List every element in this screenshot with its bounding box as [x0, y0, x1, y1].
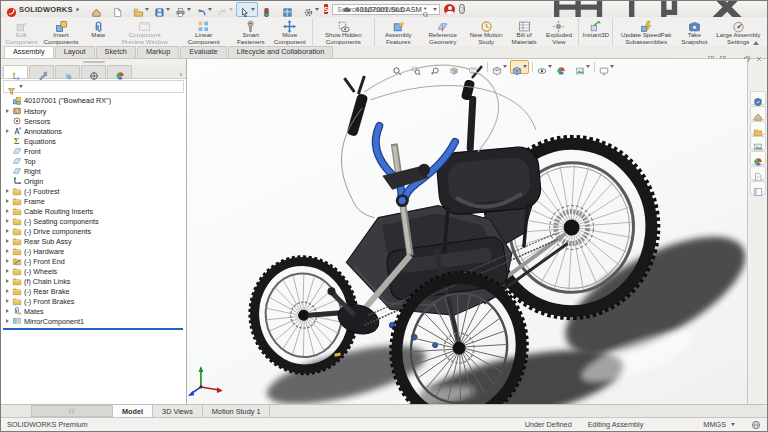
pane-icon[interactable] — [707, 49, 715, 57]
filter-dropdown-icon[interactable] — [19, 85, 23, 88]
tab-scroll-area[interactable]: 〈〈 — [31, 405, 113, 417]
tree-item-f-chain-links[interactable]: (f) Chain Links — [1, 276, 186, 286]
expander-icon[interactable] — [4, 109, 10, 113]
quick-access-button[interactable] — [301, 3, 321, 16]
quick-access-button[interactable] — [259, 3, 279, 16]
ribbon-button-mate[interactable]: Mate — [82, 18, 114, 46]
ribbon-button-assembly-features[interactable]: Assembly Features — [377, 18, 420, 46]
heads-up-button[interactable] — [467, 61, 484, 73]
task-pane-button[interactable] — [750, 151, 766, 165]
tab-configuration-manager[interactable] — [55, 65, 80, 78]
status-globe-icon[interactable] — [751, 420, 761, 430]
tree-item-mates[interactable]: Mates — [1, 306, 186, 316]
expander-icon[interactable] — [4, 229, 10, 233]
quick-access-button[interactable] — [110, 3, 130, 16]
tab-display-manager[interactable] — [107, 65, 132, 78]
ribbon-button-move-component[interactable]: Move Component — [270, 18, 313, 46]
user-avatar[interactable] — [444, 4, 455, 15]
task-pane-button[interactable] — [750, 91, 766, 105]
tree-item-cable-routing-inserts[interactable]: Cable Routing Inserts — [1, 206, 186, 216]
ribbon-tab-assembly[interactable]: Assembly — [4, 46, 54, 58]
ribbon-button-smart-fasteners[interactable]: Smart Fasteners — [232, 18, 270, 46]
rollback-bar[interactable] — [3, 328, 183, 330]
heads-up-button[interactable] — [536, 61, 553, 73]
tree-item-rear-brake[interactable]: (-) Rear Brake — [1, 286, 186, 296]
help-button[interactable]: ? — [459, 4, 465, 14]
search-dropdown-icon[interactable] — [433, 8, 437, 11]
expander-icon[interactable] — [4, 219, 10, 223]
model-bowhead-rx[interactable] — [187, 59, 747, 404]
heads-up-button[interactable] — [491, 61, 508, 73]
tree-item-hardware[interactable]: (-) Hardware — [1, 246, 186, 256]
pane2-icon[interactable] — [719, 49, 727, 57]
tab-featuremanager-tree[interactable] — [3, 65, 28, 78]
tree-item-front[interactable]: Front — [1, 146, 186, 156]
ribbon-tab-evaluate[interactable]: Evaluate — [180, 46, 226, 58]
quick-access-button[interactable] — [131, 3, 151, 16]
task-pane-button[interactable] — [750, 181, 766, 195]
tree-item-history[interactable]: History — [1, 106, 186, 116]
ribbon-tab-lifecycle-and-collaboration[interactable]: Lifecycle and Collaboration — [228, 46, 334, 58]
expander-icon[interactable] — [4, 289, 10, 293]
ribbon-button-reference-geometry[interactable]: Reference Geometry — [420, 18, 466, 46]
tree-item-frame[interactable]: Frame — [1, 196, 186, 206]
task-pane-button[interactable] — [750, 166, 766, 180]
tree-root-item[interactable]: 40107001 ("Bowhead RX") — [1, 95, 186, 106]
heads-up-button[interactable] — [574, 61, 591, 73]
units-dropdown-icon[interactable] — [731, 423, 735, 426]
ribbon-button-show-hidden-components[interactable]: Show Hidden Components — [315, 18, 375, 46]
ribbon-button-update-speedpak-subassemblies[interactable]: Update SpeedPak Subassemblies — [615, 18, 677, 46]
tree-item-wheels[interactable]: (-) Wheels — [1, 266, 186, 276]
ribbon-button-new-motion-study[interactable]: New Motion Study — [466, 18, 507, 46]
expander-icon[interactable] — [4, 279, 10, 283]
quick-access-button[interactable] — [89, 3, 109, 16]
heads-up-button[interactable] — [510, 60, 529, 74]
expander-icon[interactable] — [4, 199, 10, 203]
status-units[interactable]: MMGS — [703, 420, 726, 429]
tab-property-manager[interactable] — [29, 65, 54, 78]
heads-up-button[interactable] — [391, 61, 408, 73]
tree-item-top[interactable]: Top — [1, 156, 186, 166]
expander-icon[interactable] — [4, 309, 10, 313]
ribbon-button-component-preview-window[interactable]: Component Preview Window — [114, 18, 175, 46]
document-tab-3d-views[interactable]: 3D Views — [153, 405, 203, 417]
ribbon-button-instant3d[interactable]: Instant3D — [581, 18, 613, 46]
tree-item-mirrorcomponent1[interactable]: MirrorComponent1 — [1, 316, 186, 326]
doc-minimize-icon[interactable] — [731, 49, 739, 57]
quick-access-button[interactable] — [236, 2, 258, 17]
task-pane-button[interactable] — [750, 106, 766, 120]
expander-icon[interactable] — [4, 189, 10, 193]
expander-icon[interactable] — [4, 179, 10, 183]
panel-tabs-overflow[interactable]: › — [180, 71, 182, 78]
heads-up-button[interactable] — [410, 61, 427, 73]
heads-up-button[interactable] — [448, 61, 465, 73]
tree-item-front-brakes[interactable]: (-) Front Brakes — [1, 296, 186, 306]
heads-up-button[interactable] — [555, 61, 572, 73]
quick-access-button[interactable] — [152, 3, 172, 16]
tree-filter[interactable] — [3, 80, 184, 93]
doc-close-icon[interactable] — [755, 49, 763, 57]
ribbon-tab-sketch[interactable]: Sketch — [96, 46, 136, 58]
heads-up-button[interactable] — [598, 61, 615, 73]
expander-icon[interactable] — [4, 269, 10, 273]
tree-item-front-end[interactable]: (-) Front End — [1, 256, 186, 266]
expander-icon[interactable] — [4, 119, 10, 123]
document-tab-motion-study-1[interactable]: Motion Study 1 — [203, 405, 271, 417]
expander-icon[interactable] — [4, 209, 10, 213]
expander-icon[interactable] — [4, 299, 10, 303]
graphics-viewport[interactable] — [187, 59, 747, 404]
tree-item-annotations[interactable]: Annotations — [1, 126, 186, 136]
ribbon-collapse-icon[interactable] — [753, 41, 759, 45]
ribbon-tab-layout[interactable]: Layout — [55, 46, 95, 58]
logo-arrow-icon[interactable] — [76, 7, 79, 11]
quick-access-button[interactable] — [215, 3, 235, 16]
tree-item-origin[interactable]: Origin — [1, 176, 186, 186]
doc-restore-icon[interactable] — [743, 49, 751, 57]
ribbon-button-take-snapshot[interactable]: Take Snapshot — [677, 18, 711, 46]
tab-dimxpert-manager[interactable] — [81, 65, 106, 78]
expander-icon[interactable] — [4, 249, 10, 253]
expander-icon[interactable] — [4, 139, 10, 143]
ribbon-button-edit-component[interactable]: Edit Component — [3, 18, 40, 46]
tree-item-drive-components[interactable]: (-) Drive components — [1, 226, 186, 236]
expander-icon[interactable] — [4, 239, 10, 243]
